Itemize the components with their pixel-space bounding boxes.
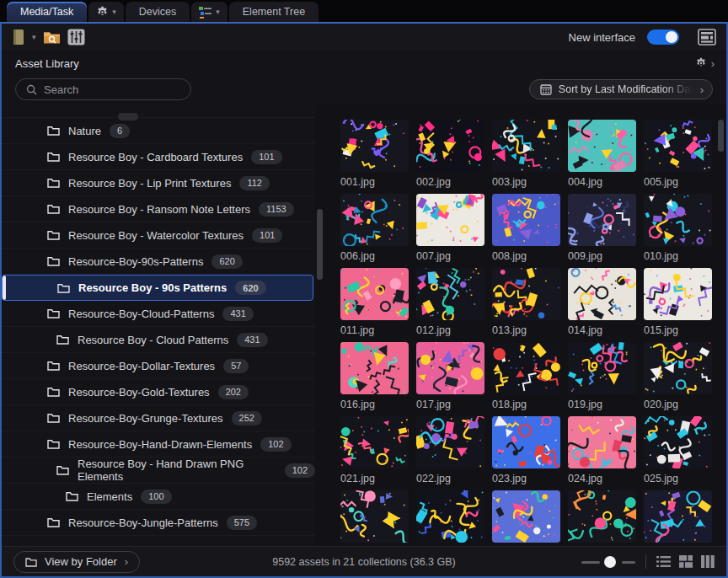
asset-filename: 018.jpg [492, 399, 560, 410]
asset-thumbnail-cell: 008.jpg [492, 194, 560, 268]
grid-scrollbar[interactable] [717, 118, 725, 546]
filters-sliders-icon[interactable] [67, 29, 85, 45]
asset-thumbnail-image[interactable] [492, 194, 560, 246]
new-interface-toggle[interactable] [647, 29, 679, 45]
selected-row-accent [3, 276, 6, 300]
folder-icon [47, 152, 60, 162]
asset-thumbnail-image[interactable] [340, 268, 409, 320]
folder-search-icon[interactable] [43, 29, 61, 45]
sort-label: Sort by Last Modification Dat [559, 83, 693, 95]
folder-row[interactable]: Resource Boy - Ransom Note Letters1153 [2, 196, 315, 222]
sidebar-scrollbar[interactable] [315, 104, 325, 546]
asset-thumbnail-cell: 010.jpg [644, 194, 712, 268]
folder-icon [47, 517, 60, 527]
asset-thumbnail-image[interactable] [416, 120, 484, 172]
folder-row[interactable]: Resource-Boy-Hand-Drawn-Elements102 [2, 431, 315, 458]
thumbnail-size-slider[interactable] [581, 556, 635, 568]
tab-media-task[interactable]: Media/Task [7, 2, 87, 22]
folder-row[interactable]: Resource-Boy-Gold-Textures202 [2, 379, 315, 405]
folder-row[interactable]: Resource-Boy-90s-Patterns620 [2, 249, 315, 275]
search-input[interactable]: Search [15, 78, 191, 100]
asset-thumbnail-cell: 001.jpg [340, 120, 409, 194]
controls-row: Search Sort by Last Modification Dat › [2, 74, 726, 104]
folder-row[interactable]: Resource-Boy-Dollar-Textures57 [2, 353, 315, 379]
folder-row[interactable]: Resource-Boy-Jungle-Patterns575 [2, 510, 315, 536]
folder-row[interactable]: Nature6 [2, 118, 315, 144]
asset-thumbnail-image[interactable] [568, 194, 636, 246]
folder-row[interactable]: Resource Boy - Cloud Patterns431 [2, 327, 315, 353]
folder-label: Resource Boy - Hand Drawn PNG Elements [78, 458, 276, 483]
folder-row[interactable]: Resource Boy - Cardboard Textures101 [2, 144, 315, 170]
asset-thumbnail-image[interactable] [644, 342, 712, 394]
asset-thumbnail-cell: 026.jpg [340, 490, 409, 546]
asset-thumbnail-image[interactable] [492, 120, 560, 172]
asset-filename: 005.jpg [644, 176, 712, 188]
masonry-view-icon[interactable] [679, 555, 693, 568]
tab-element-tree[interactable]: Element Tree [229, 2, 318, 22]
toggle-knob [666, 31, 677, 43]
asset-filename: 021.jpg [340, 473, 409, 484]
folder-count-badge: 101 [251, 150, 281, 164]
asset-thumbnail-image[interactable] [340, 416, 409, 468]
asset-filename: 008.jpg [492, 250, 560, 262]
asset-thumbnail-image[interactable] [568, 268, 636, 320]
asset-thumbnail-image[interactable] [416, 194, 484, 246]
asset-thumbnail-image[interactable] [568, 120, 636, 172]
asset-thumbnail-image[interactable] [644, 120, 712, 172]
asset-thumbnail-image[interactable] [568, 342, 636, 394]
chevron-down-icon[interactable]: ▾ [32, 34, 36, 41]
asset-filename: 015.jpg [644, 324, 712, 336]
element-tree-dropdown-tab[interactable]: ▾ [191, 2, 228, 22]
asset-thumbnail-image[interactable] [416, 268, 484, 320]
asset-thumbnail-image[interactable] [340, 194, 409, 246]
asset-thumbnail-image[interactable] [644, 194, 712, 246]
asset-thumbnail-image[interactable] [340, 120, 409, 172]
asset-thumbnail-image[interactable] [644, 490, 712, 543]
folder-label: Resource-Boy-Dollar-Textures [68, 360, 215, 372]
asset-filename: 013.jpg [492, 324, 560, 336]
asset-thumbnail-image[interactable] [644, 416, 712, 468]
asset-thumbnail-image[interactable] [340, 490, 409, 543]
folder-row[interactable]: Resource Boy - Watercolor Textures101 [2, 222, 315, 249]
asset-thumbnail-image[interactable] [568, 416, 636, 468]
asset-thumbnail-image[interactable] [416, 342, 484, 394]
settings-dropdown-tab[interactable]: ▾ [88, 2, 124, 22]
toolbar: ▾ [2, 24, 726, 51]
asset-thumbnail-image[interactable] [492, 342, 560, 394]
asset-thumbnail-cell: 027.jpg [416, 490, 484, 546]
folder-row[interactable]: Resource Boy - 90s Patterns620 [2, 275, 313, 301]
library-settings-gear-icon[interactable] [695, 57, 707, 69]
slider-knob[interactable] [604, 556, 616, 568]
asset-thumbnail-image[interactable] [340, 342, 409, 394]
partially-visible-row [2, 104, 315, 118]
folder-row[interactable]: Resource-Boy-Cloud-Patterns431 [2, 301, 315, 327]
folder-label: Resource Boy - Cloud Patterns [78, 334, 228, 346]
sort-dropdown[interactable]: Sort by Last Modification Dat › [529, 79, 713, 99]
scrollbar-thumb[interactable] [718, 120, 724, 152]
asset-thumbnail-image[interactable] [416, 416, 484, 468]
folder-label: Resource Boy - Ransom Note Letters [68, 203, 250, 216]
folder-row[interactable]: Elements100 [2, 484, 315, 510]
layout-panel-icon[interactable] [698, 29, 716, 45]
asset-thumbnail-image[interactable] [644, 268, 712, 320]
asset-thumbnail-image[interactable] [416, 490, 484, 543]
folder-icon [47, 126, 60, 136]
asset-thumbnail-image[interactable] [492, 416, 560, 468]
folder-tree-sidebar: Nature6Resource Boy - Cardboard Textures… [2, 104, 315, 546]
asset-thumbnail-image[interactable] [492, 268, 560, 320]
chevron-right-icon[interactable]: › [711, 58, 715, 69]
column-view-icon[interactable] [701, 555, 715, 568]
tab-devices[interactable]: Devices [126, 2, 190, 22]
library-book-icon[interactable] [12, 29, 25, 45]
folder-row[interactable]: Resource-Boy-Grunge-Textures252 [2, 405, 315, 431]
chevron-right-icon: › [700, 84, 704, 95]
folder-row[interactable]: Resource Boy - Hand Drawn PNG Elements10… [2, 458, 315, 484]
folder-count-badge: 112 [239, 176, 270, 190]
folder-row[interactable]: Resource Boy - Lip Print Textures112 [2, 170, 315, 196]
list-view-icon[interactable] [656, 555, 671, 568]
view-by-folder-dropdown[interactable]: View by Folder › [13, 551, 140, 573]
folder-label: Resource Boy - 90s Patterns [78, 281, 227, 294]
asset-thumbnail-image[interactable] [568, 490, 636, 543]
asset-thumbnail-image[interactable] [492, 490, 560, 543]
scrollbar-thumb[interactable] [317, 209, 323, 280]
